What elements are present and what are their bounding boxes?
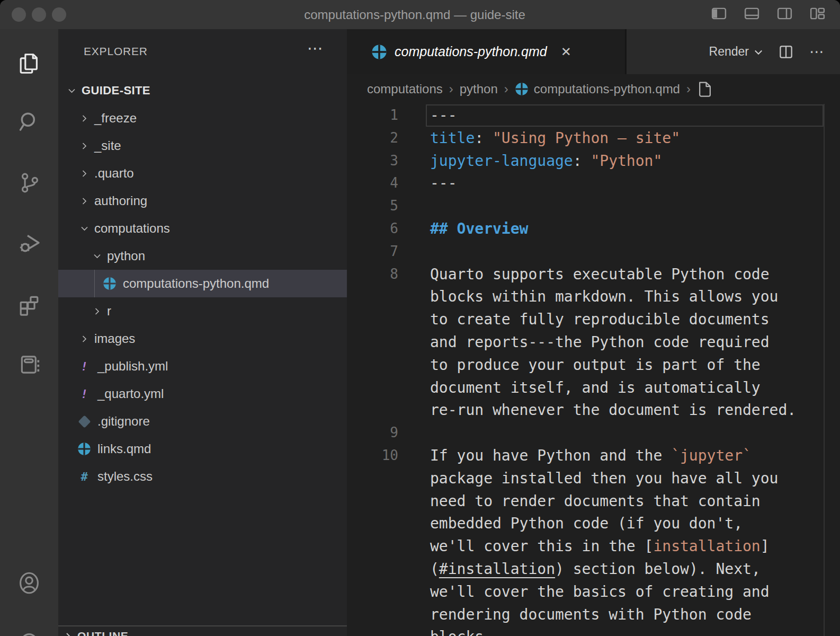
code-line: we'll cover this in the [installation] xyxy=(347,535,840,558)
tree-item-label: images xyxy=(94,331,135,346)
code-line: we'll cover the basics of creating and xyxy=(347,580,840,603)
tree-item-label: authoring xyxy=(94,193,147,208)
code-line: to produce your output is part of the xyxy=(347,354,840,376)
outline-divider xyxy=(58,625,347,626)
tree-item-label: .gitignore xyxy=(97,414,150,429)
tree-item-label: _freeze xyxy=(94,111,137,126)
code-line: and reports---the Python code required xyxy=(347,331,840,354)
search-icon[interactable] xyxy=(0,98,58,146)
code-line: 10If you have Python and the `jupyter` xyxy=(347,444,840,467)
breadcrumb-computations[interactable]: computations xyxy=(367,82,443,96)
code-line: package installed then you have all you xyxy=(347,467,840,490)
tree-item--publish-yml[interactable]: !_publish.yml xyxy=(58,352,347,380)
code-line: blocks within markdown. This allows you xyxy=(347,285,840,308)
chevron-right-icon xyxy=(93,307,101,315)
explorer-icon[interactable] xyxy=(0,40,58,87)
code-editor[interactable]: 1---2title: "Using Python — site"3jupyte… xyxy=(347,104,840,636)
tree-item-label: _site xyxy=(94,138,121,153)
indent-guide xyxy=(94,270,95,297)
code-line: blocks. xyxy=(347,625,840,636)
notebook-icon[interactable] xyxy=(0,341,58,388)
toggle-secondary-sidebar-icon[interactable] xyxy=(776,5,793,22)
line-number: 3 xyxy=(347,149,398,172)
breadcrumb-file[interactable]: computations-python.qmd xyxy=(534,82,680,96)
tree-item-computations[interactable]: computations xyxy=(58,215,347,242)
tree-item-label: styles.css xyxy=(97,469,153,484)
render-button[interactable]: Render xyxy=(709,45,764,59)
chevron-right-icon xyxy=(81,197,88,205)
customize-layout-icon[interactable] xyxy=(809,5,826,22)
tree-item-styles-css[interactable]: #styles.css xyxy=(58,463,347,490)
tree-item--site[interactable]: _site xyxy=(58,132,347,160)
tree-item-label: links.qmd xyxy=(97,441,151,456)
tree-item--gitignore[interactable]: .gitignore xyxy=(58,408,347,435)
toggle-primary-sidebar-icon[interactable] xyxy=(710,5,728,22)
tree-item-computations-python-qmd[interactable]: computations-python.qmd xyxy=(58,270,347,297)
editor-more-actions-icon[interactable]: ⋯ xyxy=(809,43,825,60)
chevron-right-icon: › xyxy=(504,82,508,96)
code-line: rendering documents with Python code xyxy=(347,603,840,626)
chevron-right-icon xyxy=(81,142,88,150)
outline-label: OUTLINE xyxy=(77,630,128,636)
chevron-down-icon xyxy=(93,252,101,260)
settings-gear-icon[interactable] xyxy=(0,628,58,636)
title-bar: computations-python.qmd — guide-site xyxy=(0,0,840,29)
tree-item-authoring[interactable]: authoring xyxy=(58,187,347,215)
explorer-sidebar: EXPLORER ⋯ GUIDE-SITE_freeze_site.quarto… xyxy=(58,29,347,636)
line-number: 4 xyxy=(347,172,398,195)
code-line: re-run whenever the document is rendered… xyxy=(347,399,840,421)
yaml-file-icon: ! xyxy=(81,360,87,373)
tree-item--quarto[interactable]: .quarto xyxy=(58,160,347,187)
chevron-right-icon xyxy=(81,170,88,178)
breadcrumb-python[interactable]: python xyxy=(460,82,498,96)
tree-item--freeze[interactable]: _freeze xyxy=(58,104,347,132)
vscode-window: computations-python.qmd — guide-site xyxy=(0,0,840,636)
chevron-down-icon xyxy=(68,87,76,95)
tab-title: computations-python.qmd xyxy=(395,44,547,59)
line-number: 10 xyxy=(347,444,398,467)
code-line: 6## Overview xyxy=(347,217,840,240)
outline-section-header[interactable]: OUTLINE xyxy=(65,630,128,636)
line-number: 8 xyxy=(347,263,398,286)
chevron-down-icon xyxy=(753,47,764,57)
explorer-header: EXPLORER xyxy=(84,45,148,58)
code-line: 2title: "Using Python — site" xyxy=(347,127,840,149)
extensions-icon[interactable] xyxy=(0,280,58,328)
code-line: 4--- xyxy=(347,172,840,195)
render-label: Render xyxy=(709,45,749,59)
source-control-icon[interactable] xyxy=(0,159,58,207)
tab-bar: computations-python.qmd ✕ Render ⋯ xyxy=(347,29,840,74)
split-editor-icon[interactable] xyxy=(778,43,794,60)
line-number: 6 xyxy=(347,217,398,240)
tree-item-images[interactable]: images xyxy=(58,325,347,352)
tree-item-label: r xyxy=(107,304,111,319)
tree-item-label: GUIDE-SITE xyxy=(82,84,150,98)
line-number: 1 xyxy=(347,104,398,127)
tree-item-r[interactable]: r xyxy=(58,297,347,325)
toggle-panel-icon[interactable] xyxy=(743,5,761,22)
tree-item--quarto-yml[interactable]: !_quarto.yml xyxy=(58,380,347,408)
breadcrumbs: computations › python › computations-pyt… xyxy=(347,74,840,104)
code-line: 9 xyxy=(347,421,840,444)
explorer-more-actions-icon[interactable]: ⋯ xyxy=(307,39,324,57)
code-line: (#installation) section below). Next, xyxy=(347,558,840,580)
tree-item-links-qmd[interactable]: links.qmd xyxy=(58,435,347,463)
code-line: document itself, and is automatically xyxy=(347,376,840,399)
tab-computations-python[interactable]: computations-python.qmd ✕ xyxy=(347,29,627,74)
run-debug-icon[interactable] xyxy=(0,219,58,267)
code-line: 7 xyxy=(347,240,840,263)
code-line: 1--- xyxy=(347,104,840,127)
tree-item-guide-site[interactable]: GUIDE-SITE xyxy=(58,77,347,104)
quarto-file-icon xyxy=(515,82,529,96)
tree-item-label: _publish.yml xyxy=(97,359,168,374)
tree-item-label: .quarto xyxy=(94,166,134,181)
quarto-file-icon xyxy=(103,277,117,290)
line-number: 9 xyxy=(347,421,398,444)
chevron-right-icon xyxy=(65,632,72,636)
tree-item-python[interactable]: python xyxy=(58,242,347,270)
code-line: embedded Python code (if you don't, xyxy=(347,512,840,535)
account-icon[interactable] xyxy=(0,559,58,607)
tab-close-icon[interactable]: ✕ xyxy=(561,45,571,59)
window-title: computations-python.qmd — guide-site xyxy=(0,0,829,29)
line-number: 7 xyxy=(347,240,398,263)
